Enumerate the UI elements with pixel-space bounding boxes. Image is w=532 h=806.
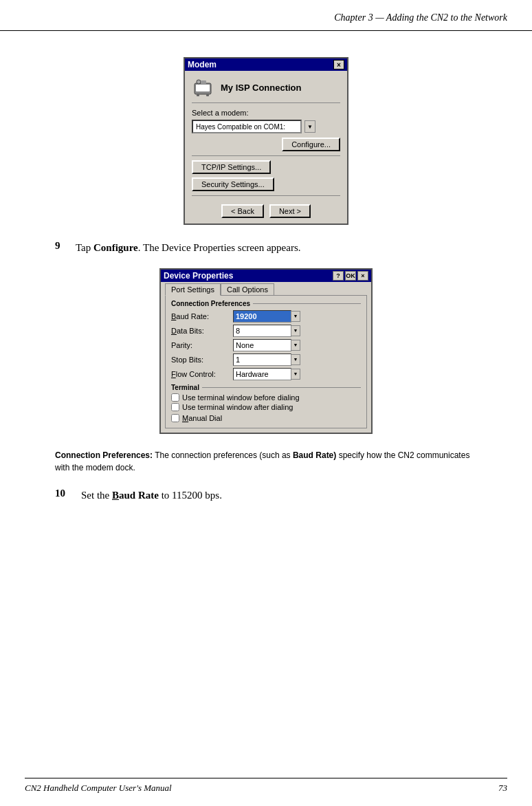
data-bits-value[interactable]: 8 (233, 325, 291, 337)
modem-select[interactable]: Hayes Compatible on COM1: (192, 120, 302, 133)
checkbox-manual-dial-input[interactable] (171, 414, 179, 422)
step-9-row: 9 Tap Configure. The Device Properties s… (55, 240, 477, 256)
terminal-label: Terminal (171, 384, 361, 391)
step-9-text-after: . The Device Properties screen appears. (138, 242, 301, 253)
modem-dialog-body: My ISP Connection Select a modem: Hayes … (185, 71, 347, 224)
parity-arrow[interactable]: ▼ (291, 340, 300, 351)
svg-rect-3 (206, 94, 209, 96)
flow-control-label: Flow Control: (171, 370, 233, 378)
footer-left: CN2 Handheld Computer User's Manual (25, 783, 172, 794)
checkbox-manual-dial-label: Manual Dial (182, 414, 222, 422)
modem-dialog: Modem × (184, 57, 348, 225)
security-settings-button[interactable]: Security Settings... (192, 177, 274, 191)
baud-rate-row: Baud Rate: 19200 ▼ (171, 310, 361, 323)
checkbox-manual-dial: Manual Dial (171, 414, 361, 422)
step-9-text: Tap Configure. The Device Properties scr… (76, 240, 300, 256)
page-header: Chapter 3 — Adding the CN2 to the Networ… (0, 0, 532, 31)
checkbox-after-dialing-label: Use terminal window after dialing (182, 403, 293, 411)
checkbox-before-dialing: Use terminal window before dialing (171, 393, 361, 402)
checkbox-after-dialing-input[interactable] (171, 403, 179, 411)
flow-control-arrow[interactable]: ▼ (291, 369, 300, 380)
data-bits-arrow[interactable]: ▼ (291, 325, 300, 336)
terminal-label-text: Terminal (171, 384, 199, 391)
flow-control-select[interactable]: Hardware ▼ (233, 368, 300, 380)
tcpip-btn-row: TCP/IP Settings... (192, 160, 340, 174)
stop-bits-select[interactable]: 1 ▼ (233, 353, 300, 366)
parity-row: Parity: None ▼ (171, 339, 361, 351)
baud-rate-value[interactable]: 19200 (233, 310, 291, 323)
next-button[interactable]: Next > (269, 204, 311, 218)
connection-prefs-label: Connection Preferences (171, 300, 361, 307)
dev-props-title: Device Properties (164, 271, 233, 281)
configure-btn-row: Configure... (192, 138, 340, 151)
modem-dropdown-row: Hayes Compatible on COM1: ▼ (192, 120, 340, 133)
modem-title: Modem (188, 60, 333, 69)
tcpip-settings-button[interactable]: TCP/IP Settings... (192, 160, 271, 174)
svg-rect-1 (196, 85, 210, 91)
baud-rate-arrow[interactable]: ▼ (291, 311, 300, 322)
stop-bits-row: Stop Bits: 1 ▼ (171, 353, 361, 366)
step-10-text: Set the Baud Rate to 115200 bps. (81, 488, 222, 503)
parity-label: Parity: (171, 341, 233, 349)
flow-control-row: Flow Control: Hardware ▼ (171, 368, 361, 380)
data-bits-select[interactable]: 8 ▼ (233, 325, 300, 337)
modem-dialog-screenshot: Modem × (55, 57, 477, 225)
select-modem-label: Select a modem: (192, 109, 340, 117)
stop-bits-label: Stop Bits: (171, 356, 233, 364)
modem-close-button[interactable]: × (333, 60, 344, 69)
caption-text: Connection Preferences: The connection p… (55, 449, 477, 474)
separator2 (192, 195, 340, 196)
parity-select[interactable]: None ▼ (233, 339, 300, 351)
caption-bold1: Connection Preferences: (55, 450, 153, 460)
caption-text1: The connection preferences (such as (153, 450, 293, 460)
baud-rate-label: Baud Rate: (171, 312, 233, 320)
terminal-section: Terminal Use terminal window before dial… (171, 384, 361, 422)
device-props-screenshot: Device Properties ? OK × Port Settings C… (55, 268, 477, 434)
step-10-bold: Baud Rate (112, 490, 159, 501)
configure-button[interactable]: Configure... (282, 138, 340, 151)
footer-right: 73 (498, 783, 507, 794)
step-10-text-after: to 115200 bps. (159, 490, 222, 501)
modem-icon (192, 76, 214, 98)
device-props-dialog: Device Properties ? OK × Port Settings C… (159, 268, 373, 434)
step-9-number: 9 (55, 240, 76, 252)
dev-props-titlebar: Device Properties ? OK × (161, 270, 371, 282)
svg-rect-2 (197, 94, 199, 96)
data-bits-row: Data Bits: 8 ▼ (171, 325, 361, 337)
nav-button-row: < Back Next > (192, 202, 340, 218)
checkbox-before-dialing-label: Use terminal window before dialing (182, 393, 300, 402)
data-bits-label: Data Bits: (171, 327, 233, 335)
caption-bold2: Baud Rate) (293, 450, 336, 460)
stop-bits-arrow[interactable]: ▼ (291, 354, 300, 365)
security-btn-row: Security Settings... (192, 177, 340, 191)
modem-select-arrow[interactable]: ▼ (304, 120, 315, 133)
modem-connection-label: My ISP Connection (221, 83, 302, 93)
modem-icon-row: My ISP Connection (192, 76, 340, 103)
tab-content: Connection Preferences Baud Rate: 19200 … (165, 295, 367, 428)
ok-button[interactable]: OK (345, 271, 356, 281)
separator1 (192, 155, 340, 156)
baud-rate-select[interactable]: 19200 ▼ (233, 310, 300, 323)
tab-row: Port Settings Call Options (161, 283, 371, 295)
help-button[interactable]: ? (333, 271, 344, 281)
flow-control-value[interactable]: Hardware (233, 368, 291, 380)
step-10-row: 10 Set the Baud Rate to 115200 bps. (55, 488, 477, 503)
svg-rect-5 (201, 80, 206, 84)
step-10-number: 10 (55, 488, 81, 499)
step-9-bold: Configure (93, 242, 138, 253)
checkbox-after-dialing: Use terminal window after dialing (171, 403, 361, 411)
connection-prefs-text: Connection Preferences (171, 300, 250, 307)
page-footer: CN2 Handheld Computer User's Manual 73 (25, 778, 507, 794)
close-button[interactable]: × (357, 271, 368, 281)
titlebar-buttons: ? OK × (333, 271, 368, 281)
stop-bits-value[interactable]: 1 (233, 353, 291, 366)
modem-titlebar: Modem × (185, 58, 347, 71)
parity-value[interactable]: None (233, 339, 291, 351)
tab-port-settings[interactable]: Port Settings (165, 283, 221, 296)
svg-point-4 (197, 80, 201, 84)
checkbox-before-dialing-input[interactable] (171, 393, 179, 402)
back-button[interactable]: < Back (221, 204, 264, 218)
modem-selected-value: Hayes Compatible on COM1: (196, 123, 285, 131)
step-10-text-before: Set the (81, 490, 112, 501)
tab-call-options[interactable]: Call Options (221, 283, 274, 295)
